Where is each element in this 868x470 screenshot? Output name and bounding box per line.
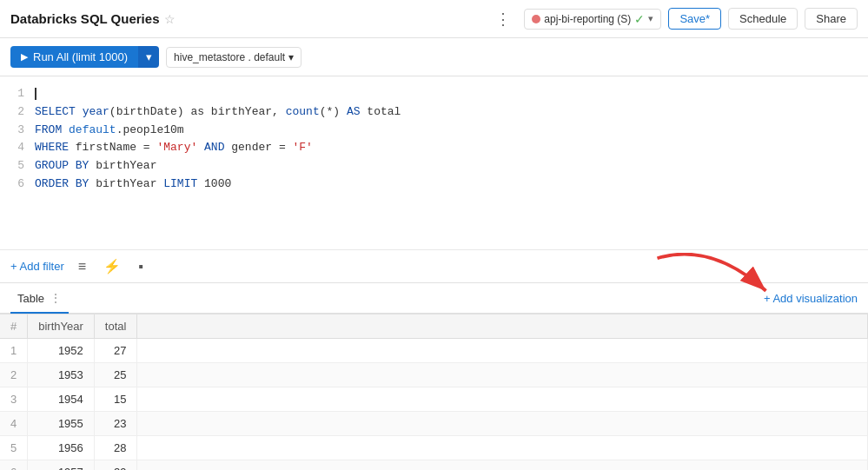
header-right: ⋮ apj-bi-reporting (S) ✓ ▾ Save* Schedul…	[490, 8, 858, 30]
database-selector[interactable]: hive_metastore . default ▾	[166, 47, 301, 68]
line-content: WHERE firstName = 'Mary' AND gender = 'F…	[35, 139, 313, 157]
cell-birthyear: 1957	[28, 460, 95, 471]
line-content	[35, 85, 36, 103]
cell-total: 23	[94, 412, 137, 436]
col-header-total[interactable]: total	[94, 314, 137, 339]
table-header-row: # birthYear total	[0, 314, 868, 339]
chevron-down-icon: ▾	[288, 51, 294, 63]
line-content: FROM default.people10m	[35, 122, 184, 140]
tab-bar-left: Table ⋮	[10, 284, 69, 312]
add-filter-label: + Add filter	[10, 260, 64, 273]
cell-total: 28	[94, 436, 137, 460]
line-number: 3	[10, 122, 24, 140]
star-icon[interactable]: ☆	[164, 12, 176, 26]
cell-empty	[137, 387, 868, 412]
database-label: hive_metastore . default	[174, 51, 285, 63]
header: Databricks SQL Queries ☆ ⋮ apj-bi-report…	[0, 0, 868, 38]
table-row: 4 1955 23	[0, 412, 868, 436]
check-icon: ✓	[634, 12, 645, 26]
cell-num: 3	[0, 387, 28, 412]
cell-empty	[137, 363, 868, 387]
add-visualization-button[interactable]: + Add visualization	[764, 292, 858, 305]
grid-button[interactable]: ▪	[135, 257, 147, 276]
cell-birthyear: 1956	[28, 436, 95, 460]
line-number: 6	[10, 175, 24, 194]
cell-num: 2	[0, 363, 28, 387]
table-row: 1 1952 27	[0, 339, 868, 363]
more-options-button[interactable]: ⋮	[490, 8, 517, 30]
run-all-label: Run All (limit 1000)	[33, 50, 128, 63]
results-table: # birthYear total 1 1952 27 2 1953 25 3 …	[0, 314, 868, 470]
cell-empty	[137, 460, 868, 471]
lightning-button[interactable]: ⚡	[100, 256, 124, 276]
tab-table[interactable]: Table ⋮	[10, 284, 69, 314]
cell-num: 4	[0, 412, 28, 436]
cell-birthyear: 1955	[28, 412, 95, 436]
cell-total: 27	[94, 339, 137, 363]
chevron-down-icon: ▾	[146, 50, 152, 63]
share-button[interactable]: Share	[805, 8, 858, 30]
cell-birthyear: 1954	[28, 387, 95, 412]
cell-total: 29	[94, 460, 137, 471]
cell-empty	[137, 339, 868, 363]
cell-num: 1	[0, 339, 28, 363]
line-content: ORDER BY birthYear LIMIT 1000	[35, 175, 231, 194]
line-number: 5	[10, 157, 24, 175]
toolbar: ▶ Run All (limit 1000) ▾ hive_metastore …	[0, 38, 868, 76]
col-header-empty	[137, 314, 868, 339]
line-number: 2	[10, 103, 24, 122]
results-table-container: # birthYear total 1 1952 27 2 1953 25 3 …	[0, 314, 868, 470]
cluster-name: apj-bi-reporting (S)	[544, 13, 631, 25]
sql-editor[interactable]: 1 2 SELECT year(birthDate) as birthYear,…	[0, 76, 868, 250]
run-button-group: ▶ Run All (limit 1000) ▾	[10, 46, 159, 68]
list-view-button[interactable]: ≡	[75, 257, 89, 276]
line-number: 1	[10, 85, 24, 103]
table-row: 2 1953 25	[0, 363, 868, 387]
cluster-selector[interactable]: apj-bi-reporting (S) ✓ ▾	[524, 9, 661, 30]
editor-line-3: 3 FROM default.people10m	[10, 122, 858, 140]
cell-num: 6	[0, 460, 28, 471]
tab-bar: Table ⋮ + Add visualization	[0, 283, 868, 314]
editor-line-5: 5 GROUP BY birthYear	[10, 157, 858, 175]
schedule-button[interactable]: Schedule	[728, 8, 798, 30]
cell-birthyear: 1952	[28, 339, 95, 363]
cell-total: 15	[94, 387, 137, 412]
editor-line-6: 6 ORDER BY birthYear LIMIT 1000	[10, 175, 858, 194]
run-all-button[interactable]: ▶ Run All (limit 1000)	[10, 46, 138, 68]
run-dropdown-button[interactable]: ▾	[138, 46, 159, 68]
line-content: SELECT year(birthDate) as birthYear, cou…	[35, 103, 401, 122]
cell-birthyear: 1953	[28, 363, 95, 387]
lightning-icon: ⚡	[103, 259, 121, 274]
col-header-birthyear[interactable]: birthYear	[28, 314, 95, 339]
editor-line-2: 2 SELECT year(birthDate) as birthYear, c…	[10, 103, 858, 122]
page-title: Databricks SQL Queries	[10, 11, 159, 26]
editor-line-1: 1	[10, 85, 858, 103]
editor-line-4: 4 WHERE firstName = 'Mary' AND gender = …	[10, 139, 858, 157]
table-row: 3 1954 15	[0, 387, 868, 412]
table-row: 6 1957 29	[0, 460, 868, 471]
add-filter-button[interactable]: + Add filter	[10, 260, 64, 273]
list-icon: ≡	[78, 259, 86, 274]
grid-icon: ▪	[138, 259, 143, 274]
col-header-num: #	[0, 314, 28, 339]
tab-more-icon[interactable]: ⋮	[50, 291, 62, 305]
cell-total: 25	[94, 363, 137, 387]
cell-empty	[137, 436, 868, 460]
cell-empty	[137, 412, 868, 436]
cluster-status-dot	[532, 15, 540, 23]
header-left: Databricks SQL Queries ☆	[10, 11, 176, 26]
save-button[interactable]: Save*	[668, 8, 721, 30]
play-icon: ▶	[21, 51, 28, 63]
line-number: 4	[10, 139, 24, 157]
chevron-down-icon: ▾	[648, 13, 653, 24]
tab-table-label: Table	[17, 292, 44, 305]
table-row: 5 1956 28	[0, 436, 868, 460]
cell-num: 5	[0, 436, 28, 460]
add-viz-label: + Add visualization	[764, 292, 858, 305]
filter-bar: + Add filter ≡ ⚡ ▪	[0, 250, 868, 283]
line-content: GROUP BY birthYear	[35, 157, 156, 175]
